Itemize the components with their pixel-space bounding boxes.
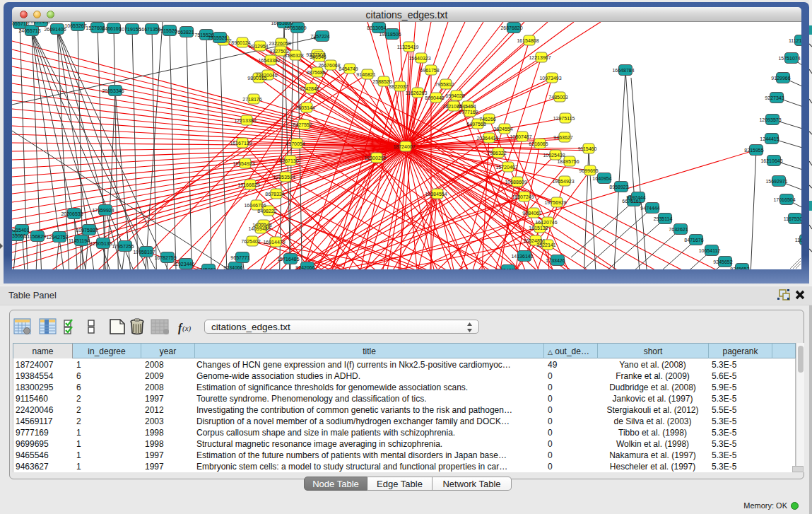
svg-text:10973493: 10973493 [539, 76, 561, 81]
svg-text:1640954: 1640954 [592, 176, 611, 181]
svg-text:7986322: 7986322 [487, 151, 506, 156]
svg-text:18724007: 18724007 [393, 144, 415, 149]
svg-text:16167139: 16167139 [230, 141, 252, 146]
svg-text:14099489: 14099489 [248, 226, 270, 231]
svg-text:2718176: 2718176 [242, 97, 261, 102]
svg-text:3624554: 3624554 [493, 127, 512, 132]
svg-text:18495756: 18495756 [557, 159, 579, 164]
svg-text:9245652: 9245652 [730, 267, 749, 270]
svg-text:12353594: 12353594 [273, 175, 295, 180]
svg-text:7955812: 7955812 [435, 82, 454, 87]
svg-text:16543382: 16543382 [258, 58, 280, 63]
svg-text:24055713: 24055713 [18, 28, 40, 33]
svg-text:9115460: 9115460 [578, 146, 597, 151]
svg-text:15716485: 15716485 [277, 257, 299, 262]
svg-text:10719155: 10719155 [119, 27, 141, 32]
svg-text:16154808: 16154808 [517, 38, 539, 43]
svg-text:2522141: 2522141 [536, 243, 555, 247]
svg-text:9463627: 9463627 [553, 135, 572, 140]
svg-text:7515526: 7515526 [208, 35, 227, 40]
svg-text:19218506: 19218506 [379, 32, 401, 37]
svg-text:(x): (x) [182, 324, 192, 333]
svg-text:12213967: 12213967 [529, 55, 551, 60]
svg-text:10688609: 10688609 [505, 180, 526, 185]
svg-text:23226058: 23226058 [269, 41, 290, 46]
svg-text:16120746: 16120746 [535, 220, 557, 225]
svg-text:19756928: 19756928 [544, 200, 566, 205]
svg-text:9084067: 9084067 [522, 211, 541, 216]
svg-text:15692971: 15692971 [765, 179, 787, 184]
svg-text:1167531: 1167531 [795, 238, 801, 243]
svg-text:9245063: 9245063 [196, 267, 216, 270]
svg-text:19384554: 19384554 [425, 192, 447, 197]
svg-text:9242848: 9242848 [300, 86, 319, 91]
svg-text:9129966: 9129966 [771, 76, 790, 81]
svg-text:9657771: 9657771 [230, 255, 249, 260]
svg-text:9227343: 9227343 [765, 95, 784, 100]
svg-text:11121314: 11121314 [789, 38, 801, 43]
svg-text:8471676: 8471676 [684, 238, 703, 243]
svg-text:1244415: 1244415 [760, 136, 779, 141]
svg-text:7485003: 7485003 [548, 95, 567, 100]
svg-text:9245652: 9245652 [713, 259, 732, 264]
svg-text:16648784: 16648784 [612, 68, 634, 73]
svg-text:8215955: 8215955 [744, 148, 763, 153]
svg-text:9146821: 9146821 [356, 72, 375, 77]
svg-text:16046706: 16046706 [244, 203, 266, 208]
svg-text:15720407: 15720407 [495, 165, 517, 170]
svg-text:17359924: 17359924 [92, 208, 114, 213]
svg-text:9777169: 9777169 [459, 110, 478, 115]
svg-text:9242066: 9242066 [295, 265, 314, 270]
svg-text:7663821: 7663821 [175, 30, 194, 35]
svg-text:12975115: 12975115 [553, 116, 575, 121]
svg-text:18300295: 18300295 [364, 156, 386, 160]
svg-text:17957255: 17957255 [112, 244, 134, 249]
svg-text:546546: 546546 [310, 54, 326, 59]
svg-text:8990448: 8990448 [425, 95, 444, 100]
svg-text:8822037: 8822037 [389, 84, 408, 89]
svg-text:8678334: 8678334 [265, 192, 284, 197]
svg-text:8813054: 8813054 [367, 25, 386, 30]
svg-text:16782759: 16782759 [154, 255, 176, 260]
svg-text:12505135: 12505135 [90, 241, 112, 246]
svg-text:10975887: 10975887 [76, 228, 98, 233]
svg-text:19166829: 19166829 [237, 182, 259, 187]
svg-text:4545454: 4545454 [457, 104, 476, 109]
svg-text:12213389: 12213389 [234, 118, 256, 123]
svg-text:17334260: 17334260 [495, 268, 517, 270]
svg-text:8427552: 8427552 [293, 122, 312, 127]
svg-text:8960124: 8960124 [231, 40, 250, 45]
svg-text:26876820: 26876820 [500, 25, 522, 30]
svg-text:16210643: 16210643 [760, 158, 782, 163]
svg-text:8498222: 8498222 [257, 209, 276, 214]
svg-text:6497568: 6497568 [466, 122, 486, 127]
svg-text:10025438: 10025438 [543, 153, 565, 158]
svg-text:2935114: 2935114 [654, 216, 673, 221]
svg-text:12942757: 12942757 [46, 235, 68, 240]
svg-text:10653267: 10653267 [64, 23, 86, 28]
svg-text:26691406: 26691406 [28, 22, 49, 24]
svg-text:15640323: 15640323 [408, 56, 430, 61]
svg-text:9315401: 9315401 [12, 228, 30, 233]
svg-text:16053809: 16053809 [284, 25, 306, 30]
svg-text:9699695: 9699695 [579, 168, 598, 173]
svg-text:7625402: 7625402 [241, 239, 260, 244]
svg-text:10654112: 10654112 [699, 248, 721, 253]
svg-text:19654923: 19654923 [233, 161, 254, 166]
svg-text:8958923: 8958923 [609, 185, 628, 189]
svg-text:12093573: 12093573 [759, 117, 781, 122]
svg-text:11923446: 11923446 [173, 262, 195, 267]
svg-text:11451194: 11451194 [69, 238, 90, 243]
svg-text:9474444: 9474444 [640, 206, 659, 211]
svg-text:26676068: 26676068 [318, 63, 340, 68]
svg-text:18807249: 18807249 [512, 194, 534, 199]
svg-text:1167530: 1167530 [784, 216, 801, 221]
svg-text:19654923: 19654923 [552, 179, 574, 184]
svg-text:23835061: 23835061 [12, 233, 26, 238]
svg-text:9197444: 9197444 [626, 195, 645, 200]
svg-text:7357224: 7357224 [310, 34, 329, 39]
svg-text:20206533: 20206533 [61, 211, 83, 216]
svg-text:6994028: 6994028 [445, 93, 464, 98]
svg-text:11156829: 11156829 [25, 234, 46, 239]
svg-text:8912954: 8912954 [249, 44, 268, 49]
